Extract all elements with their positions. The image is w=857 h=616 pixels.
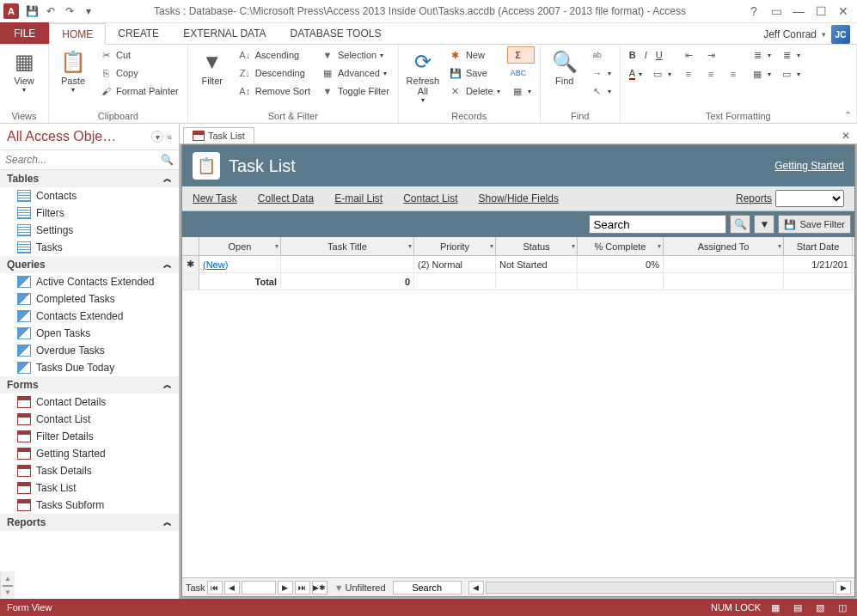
help-icon[interactable]: ? [744, 3, 764, 20]
spelling-button[interactable]: ABC [507, 64, 535, 82]
scroll-up-icon[interactable]: ▲ [1, 571, 15, 585]
select-all-cell[interactable] [182, 237, 199, 255]
nav-item-tasks-due-today[interactable]: Tasks Due Today [0, 359, 179, 376]
nav-item-tasks[interactable]: Tasks [0, 239, 179, 256]
new-record-button[interactable]: ▶✱ [312, 581, 327, 595]
cell-status[interactable]: Not Started [496, 256, 578, 272]
horizontal-scrollbar[interactable] [486, 582, 834, 594]
view-button[interactable]: ▦ View ▾ [5, 46, 43, 97]
cell-priority[interactable]: (2) Normal [414, 256, 496, 272]
col-status[interactable]: Status▾ [496, 237, 578, 255]
cell-start[interactable]: 1/21/201 [784, 256, 853, 272]
save-icon[interactable]: 💾 [24, 3, 40, 19]
close-icon[interactable]: ✕ [833, 3, 854, 20]
nav-item-active-contacts-extended[interactable]: Active Contacts Extended [0, 273, 179, 290]
refresh-all-button[interactable]: ⟳ Refresh All ▾ [404, 46, 442, 107]
nav-item-filters[interactable]: Filters [0, 204, 179, 222]
font-color-button[interactable]: A▾ [626, 65, 646, 82]
fill-color-button[interactable]: ▭▾ [776, 65, 804, 82]
numbering-button[interactable]: ≣▾ [776, 46, 804, 64]
nav-item-settings[interactable]: Settings [0, 222, 179, 239]
underline-button[interactable]: U [652, 46, 666, 64]
col-task-title[interactable]: Task Title▾ [281, 237, 414, 255]
nav-item-open-tasks[interactable]: Open Tasks [0, 325, 179, 342]
nav-item-task-list[interactable]: Task List [0, 479, 179, 497]
record-number-input[interactable] [242, 581, 276, 595]
new-task-link[interactable]: New Task [193, 192, 237, 204]
bold-button[interactable]: B [626, 46, 640, 64]
undo-icon[interactable]: ↶ [43, 3, 58, 19]
align-right-button[interactable]: ≡ [723, 65, 744, 82]
row-selector[interactable]: ✱ [182, 256, 199, 272]
chevron-down-icon[interactable]: ▾ [151, 131, 163, 143]
avatar[interactable]: JC [831, 25, 850, 44]
filter-toggle-button[interactable]: ▼ [754, 215, 774, 234]
cell-title[interactable] [281, 256, 414, 272]
highlight-button[interactable]: ▭▾ [647, 65, 675, 82]
scroll-left-button[interactable]: ◀ [468, 581, 484, 595]
goto-button[interactable]: →▾ [587, 64, 615, 82]
design-view-button[interactable]: ◫ [835, 601, 850, 615]
nav-group-reports[interactable]: Reports︽ [0, 514, 179, 531]
cell-open[interactable]: (New) [199, 256, 281, 272]
nav-group-queries[interactable]: Queries︽ [0, 256, 179, 273]
replace-button[interactable]: ab [587, 46, 615, 64]
tab-database-tools[interactable]: DATABASE TOOLS [279, 22, 394, 44]
chevron-down-icon[interactable]: ▾ [658, 242, 661, 250]
nav-item-tasks-subform[interactable]: Tasks Subform [0, 497, 179, 514]
descending-button[interactable]: Z↓Descending [235, 64, 314, 82]
cut-button[interactable]: ✂Cut [95, 46, 182, 64]
minimize-icon[interactable]: — [788, 3, 809, 20]
indent-decrease-button[interactable]: ⇤ [678, 46, 699, 64]
ascending-button[interactable]: A↓Ascending [235, 46, 314, 64]
next-record-button[interactable]: ▶ [278, 581, 293, 595]
first-record-button[interactable]: ⏮ [207, 581, 223, 595]
chevron-down-icon[interactable]: ▾ [275, 242, 279, 250]
find-button[interactable]: 🔍 Find [546, 46, 584, 89]
reports-select[interactable] [775, 190, 844, 207]
prev-record-button[interactable]: ◀ [224, 581, 240, 595]
col-complete[interactable]: % Complete▾ [578, 237, 664, 255]
last-record-button[interactable]: ⏭ [295, 581, 310, 595]
nav-group-tables[interactable]: Tables︽ [0, 170, 179, 187]
scroll-down-icon[interactable]: ▼ [1, 585, 15, 599]
toggle-filter-button[interactable]: ▼Toggle Filter [317, 82, 393, 100]
recordnav-search-input[interactable] [393, 581, 462, 595]
paste-button[interactable]: 📋 Paste ▾ [54, 46, 92, 97]
tab-create[interactable]: CREATE [106, 22, 171, 44]
save-record-button[interactable]: 💾Save [445, 64, 504, 82]
shutter-icon[interactable]: « [167, 132, 172, 142]
cell-assigned[interactable] [664, 256, 784, 272]
collapse-ribbon-icon[interactable]: ⌃ [844, 110, 852, 121]
nav-header[interactable]: All Access Obje… ▾ « [0, 124, 179, 150]
gridlines-button[interactable]: ▦▾ [747, 65, 774, 82]
advanced-button[interactable]: ▦Advanced▾ [317, 64, 393, 82]
search-go-button[interactable]: 🔍 [730, 215, 750, 234]
scroll-thumb[interactable] [3, 585, 13, 587]
nav-item-overdue-tasks[interactable]: Overdue Tasks [0, 342, 179, 359]
datasheet-view-button[interactable]: ▤ [790, 601, 805, 615]
nav-item-task-details[interactable]: Task Details [0, 462, 179, 479]
layout-view-button[interactable]: ▧ [812, 601, 828, 615]
totals-button[interactable]: Σ [507, 46, 535, 64]
getting-started-link[interactable]: Getting Started [774, 160, 844, 172]
align-left-button[interactable]: ≡ [678, 65, 699, 82]
nav-scrollbar[interactable]: ▲ ▼ [0, 571, 15, 599]
tab-file[interactable]: FILE [0, 22, 49, 44]
nav-item-contacts-extended[interactable]: Contacts Extended [0, 308, 179, 325]
nav-item-contact-list[interactable]: Contact List [0, 411, 179, 428]
indent-increase-button[interactable]: ⇥ [701, 46, 721, 64]
tab-home[interactable]: HOME [49, 23, 106, 45]
nav-item-completed-tasks[interactable]: Completed Tasks [0, 290, 179, 308]
nav-group-forms[interactable]: Forms︽ [0, 376, 179, 393]
chevron-down-icon[interactable]: ▾ [778, 242, 781, 250]
nav-item-getting-started[interactable]: Getting Started [0, 445, 179, 462]
col-open[interactable]: Open▾ [199, 237, 281, 255]
close-document-icon[interactable]: ✕ [835, 128, 857, 143]
tab-external-data[interactable]: EXTERNAL DATA [171, 22, 278, 44]
collect-data-link[interactable]: Collect Data [258, 192, 314, 204]
chevron-down-icon[interactable]: ▾ [408, 242, 412, 250]
redo-icon[interactable]: ↷ [62, 3, 77, 19]
qat-customize-icon[interactable]: ▾ [81, 3, 96, 19]
email-list-link[interactable]: E-mail List [334, 192, 383, 204]
